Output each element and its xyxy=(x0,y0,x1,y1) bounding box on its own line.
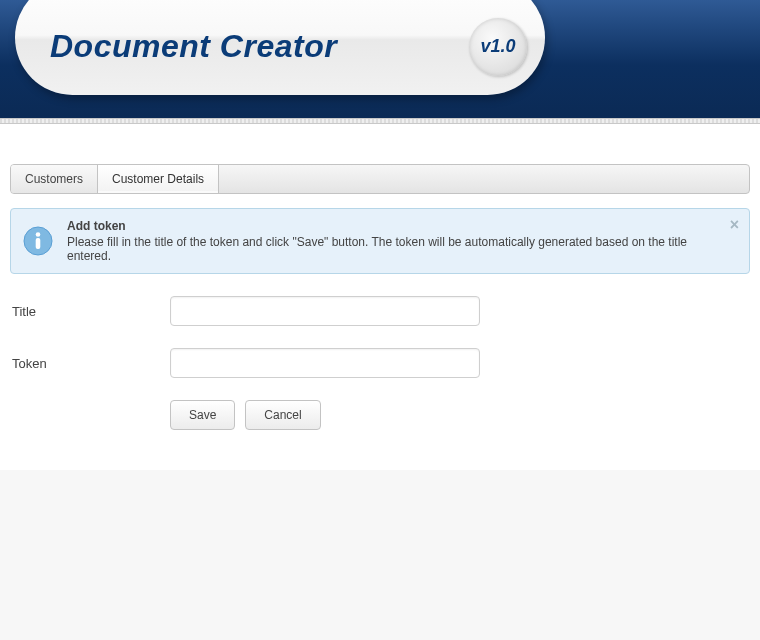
close-icon[interactable]: × xyxy=(730,217,739,233)
svg-rect-2 xyxy=(36,238,41,249)
label-token: Token xyxy=(10,356,170,371)
row-title: Title xyxy=(10,296,750,326)
tab-customer-details[interactable]: Customer Details xyxy=(98,165,219,193)
app-title: Document Creator xyxy=(50,28,469,65)
save-button[interactable]: Save xyxy=(170,400,235,430)
version-badge: v1.0 xyxy=(469,18,527,76)
main-content: Customers Customer Details × Add token P… xyxy=(0,124,760,470)
app-header: Document Creator v1.0 xyxy=(0,0,760,118)
add-token-form: Title Token Save Cancel xyxy=(10,296,750,430)
info-message: Please fill in the title of the token an… xyxy=(67,235,719,263)
cancel-button[interactable]: Cancel xyxy=(245,400,320,430)
tab-customers[interactable]: Customers xyxy=(11,165,98,193)
header-pill: Document Creator v1.0 xyxy=(15,0,545,95)
token-input[interactable] xyxy=(170,348,480,378)
info-title: Add token xyxy=(67,219,719,233)
info-icon xyxy=(23,226,53,256)
title-input[interactable] xyxy=(170,296,480,326)
row-token: Token xyxy=(10,348,750,378)
svg-point-1 xyxy=(36,232,41,237)
tab-bar: Customers Customer Details xyxy=(10,164,750,194)
form-buttons: Save Cancel xyxy=(10,400,750,430)
label-title: Title xyxy=(10,304,170,319)
info-box: × Add token Please fill in the title of … xyxy=(10,208,750,274)
